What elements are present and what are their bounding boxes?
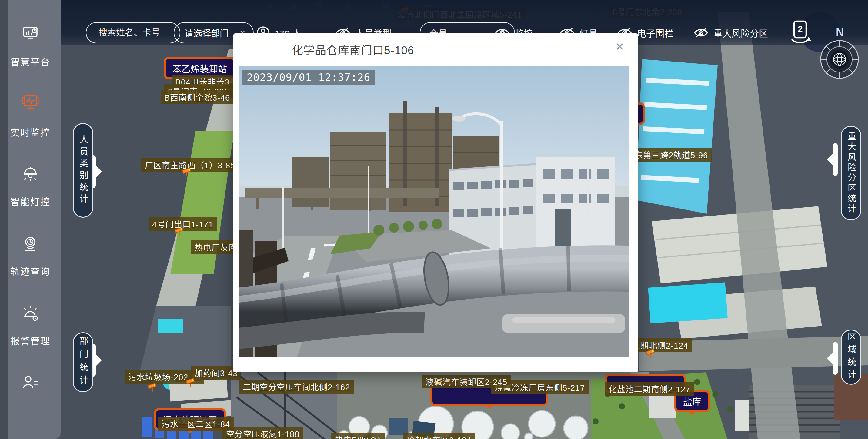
rotate-badge-number: 2 — [798, 24, 803, 34]
sidebar-item-alarm-management[interactable]: 报警管理 — [0, 333, 61, 347]
map-label: 液碱汽车装卸区2-245 — [422, 375, 511, 388]
alarm-management-icon — [21, 304, 39, 323]
sidebar-item-smart-platform[interactable]: 智慧平台 — [0, 55, 61, 68]
camera-scene — [240, 66, 628, 357]
department-placeholder: 请选择部门 — [185, 26, 228, 39]
sidebar-item-track-query[interactable]: 轨迹查询 — [0, 264, 61, 277]
map-label: 化盐池二期南侧2-127 — [605, 382, 694, 396]
map-label: 空分空压液氮1-188 — [222, 427, 303, 439]
panel-expand-arrow[interactable] — [833, 342, 838, 375]
camera-marker-icon[interactable] — [185, 378, 197, 388]
modal-title: 化学品仓库南门口5-106 — [292, 41, 414, 58]
toggle-major-risk-zone[interactable]: 重大风险分区 — [693, 22, 768, 43]
screen-rotate-button[interactable]: 2 — [787, 20, 813, 45]
eye-off-icon — [693, 27, 709, 39]
zone-label: 盐库 — [683, 397, 701, 407]
camera-snapshot: 2023/09/01 12:37:26 — [240, 66, 628, 357]
toggle-label: 重大风险分区 — [713, 26, 768, 39]
sidebar-item-smart-light[interactable]: 智能灯控 — [0, 194, 61, 208]
camera-marker-icon[interactable] — [174, 227, 186, 237]
smart-platform-icon — [21, 24, 39, 42]
rotate-device-icon: 2 — [787, 20, 813, 45]
compass-north-label: N — [815, 26, 865, 39]
camera-marker-icon[interactable] — [646, 349, 658, 359]
close-icon[interactable]: × — [611, 38, 629, 55]
camera-viewer-modal: 化学品仓库南门口5-106 × — [234, 33, 638, 372]
tab-personnel-category-stats[interactable]: 人员类别统计 — [73, 123, 93, 218]
map-label: 二期空分空压车间北侧2-162 — [239, 380, 354, 393]
map-label: 东第三跨2轨道5-96 — [631, 148, 712, 162]
search-input[interactable] — [86, 22, 180, 43]
tab-department-stats[interactable]: 部门统计 — [73, 332, 93, 392]
panel-expand-arrow[interactable] — [833, 143, 838, 176]
track-query-icon — [21, 235, 39, 253]
tab-major-risk-zone-stats[interactable]: 重大风险分区统计 — [841, 126, 861, 221]
camera-timestamp: 2023/09/01 12:37:26 — [243, 70, 375, 85]
compass-widget[interactable] — [819, 39, 860, 80]
sidebar-item-realtime-monitor[interactable]: 实时监控 — [0, 125, 61, 139]
camera-marker-icon[interactable] — [182, 167, 194, 178]
map-label: 热电5#区C# — [331, 433, 385, 439]
map-label: 冷却水东区0-124 — [403, 433, 475, 439]
realtime-monitor-icon — [21, 93, 39, 112]
toggle-label: 电子围栏 — [637, 26, 674, 39]
map-label: B西南侧全貌3-46 — [161, 90, 234, 104]
zone-label: 苯乙烯装卸站 — [173, 64, 227, 74]
camera-marker-icon[interactable] — [147, 383, 159, 393]
tab-area-stats[interactable]: 区域统计 — [841, 329, 861, 385]
smart-light-icon — [21, 165, 39, 183]
user-list-icon[interactable] — [21, 374, 39, 392]
